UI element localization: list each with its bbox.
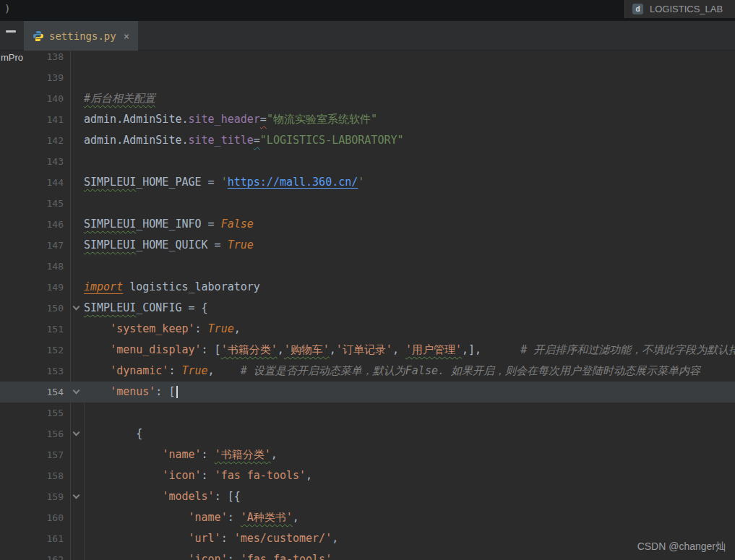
close-icon[interactable]: × xyxy=(124,30,129,42)
code-token: '购物车' xyxy=(284,343,330,356)
line-number[interactable]: 155 xyxy=(0,402,70,423)
code-token: 'icon' xyxy=(189,553,228,560)
code-text: admin.AdminSite.site_title="LOGISTICS-LA… xyxy=(70,130,404,151)
code-token: True xyxy=(228,238,254,251)
code-line[interactable]: 151 'system_keep': True, xyxy=(0,319,735,340)
line-number[interactable]: 140 xyxy=(0,88,70,109)
line-number[interactable]: 159 xyxy=(0,486,70,507)
code-token: site_header xyxy=(189,113,260,126)
code-token: = xyxy=(254,134,260,147)
code-line[interactable]: 157 'name': '书籍分类', xyxy=(0,444,735,465)
code-token: _CONFIG = { xyxy=(136,301,207,314)
code-token xyxy=(84,511,189,524)
code-token xyxy=(84,322,110,335)
line-number[interactable]: 156 xyxy=(0,423,70,444)
code-line[interactable]: 149import logistics_laboratory xyxy=(0,277,735,298)
code-token: True xyxy=(181,364,207,377)
line-number[interactable]: 139 xyxy=(0,67,70,88)
code-token xyxy=(84,553,189,560)
line-number[interactable]: 160 xyxy=(0,507,70,528)
line-number[interactable]: 162 xyxy=(0,549,70,560)
line-number[interactable]: 141 xyxy=(0,109,70,130)
line-number[interactable]: 147 xyxy=(0,235,70,256)
toolwindow-label-partial[interactable]: mPro xyxy=(1,52,23,63)
code-text: import logistics_laboratory xyxy=(70,277,260,298)
code-line[interactable]: 140#后台相关配置 xyxy=(0,88,735,109)
code-token: _HOME_INFO = xyxy=(136,217,220,231)
code-line[interactable]: 153 'dynamic': True, # 设置是否开启动态菜单，默认为Fal… xyxy=(0,361,735,382)
code-line[interactable]: 154 'menus': [ xyxy=(0,382,735,402)
code-line[interactable]: 144SIMPLEUI_HOME_PAGE = 'https://mall.36… xyxy=(0,172,735,193)
code-token: ,], xyxy=(462,343,481,356)
code-line[interactable]: 161 'url': 'mes/customer/', xyxy=(0,528,735,549)
code-token: 'fas fa-tools' xyxy=(241,553,332,560)
code-text xyxy=(70,151,84,172)
code-token: SIMPLEUI xyxy=(84,301,136,314)
code-token: # 设置是否开启动态菜单，默认为False. 如果开启，则会在每次用户登陆时动态… xyxy=(241,364,700,377)
code-token: 'url' xyxy=(189,532,221,545)
code-line[interactable]: 156 { xyxy=(0,423,735,444)
line-number[interactable]: 149 xyxy=(0,277,70,298)
line-number[interactable]: 145 xyxy=(0,193,70,214)
line-number[interactable]: 150 xyxy=(0,298,70,319)
line-number[interactable]: 152 xyxy=(0,340,70,361)
minimize-icon[interactable] xyxy=(6,30,16,33)
code-token: True xyxy=(208,322,234,335)
tab-settings-py[interactable]: settings.py × xyxy=(24,21,138,51)
code-token: : xyxy=(228,553,241,560)
code-token: 'dynamic' xyxy=(110,364,168,377)
code-token: , xyxy=(271,448,278,461)
code-token: ' xyxy=(221,176,228,189)
code-token: : xyxy=(221,532,234,545)
code-token xyxy=(481,343,520,356)
code-token: SIMPLEUI xyxy=(84,176,136,189)
code-line[interactable]: 145 xyxy=(0,193,735,214)
code-text: 'system_keep': True, xyxy=(70,319,241,340)
app-icon: d xyxy=(632,4,643,14)
code-line[interactable]: 142admin.AdminSite.site_title="LOGISTICS… xyxy=(0,130,735,151)
code-token: : xyxy=(168,364,181,377)
line-number[interactable]: 153 xyxy=(0,361,70,382)
line-number[interactable]: 154 xyxy=(0,382,70,402)
code-line[interactable]: 150SIMPLEUI_CONFIG = { xyxy=(0,298,735,319)
code-token: _HOME_PAGE = xyxy=(136,176,220,189)
code-token: '订单记录' xyxy=(336,343,392,356)
code-text: 'menu_display': ['书籍分类','购物车','订单记录', '用… xyxy=(70,340,735,361)
line-number[interactable]: 151 xyxy=(0,319,70,340)
code-line[interactable]: 158 'icon': 'fas fa-tools', xyxy=(0,465,735,486)
code-token: , xyxy=(234,322,241,335)
line-number[interactable]: 143 xyxy=(0,151,70,172)
code-line[interactable]: 143 xyxy=(0,151,735,172)
code-line[interactable]: 152 'menu_display': ['书籍分类','购物车','订单记录'… xyxy=(0,340,735,361)
line-number[interactable]: 161 xyxy=(0,528,70,549)
python-icon xyxy=(33,30,44,42)
code-text: 'menus': [ xyxy=(70,382,178,402)
code-line[interactable]: 162 'icon': 'fas fa-tools' xyxy=(0,549,735,560)
code-line[interactable]: 159 'models': [{ xyxy=(0,486,735,507)
code-line[interactable]: 146SIMPLEUI_HOME_INFO = False xyxy=(0,214,735,235)
window-tab-logistics[interactable]: d LOGISTICS_LAB xyxy=(624,0,735,18)
code-text: 'name': 'A种类书', xyxy=(70,507,299,528)
code-token: { xyxy=(84,427,142,440)
code-line[interactable]: 160 'name': 'A种类书', xyxy=(0,507,735,528)
code-line[interactable]: 139 xyxy=(0,67,735,88)
code-token: site_title xyxy=(189,134,254,147)
code-token: 'name' xyxy=(189,511,228,524)
code-token: : [ xyxy=(155,385,175,398)
code-line[interactable]: 148 xyxy=(0,256,735,277)
line-number[interactable]: 157 xyxy=(0,444,70,465)
code-token: 'menu_display' xyxy=(110,343,201,356)
code-text: admin.AdminSite.site_header="物流实验室系统软件" xyxy=(70,109,377,130)
line-number[interactable]: 142 xyxy=(0,130,70,151)
code-text: 'name': '书籍分类', xyxy=(70,444,278,465)
code-token: 'system_keep' xyxy=(110,322,194,335)
code-line[interactable]: 147SIMPLEUI_HOME_QUICK = True xyxy=(0,235,735,256)
watermark: CSDN @changer灿 xyxy=(637,540,726,553)
code-lines: 138139140#后台相关配置141admin.AdminSite.site_… xyxy=(0,46,735,560)
code-line[interactable]: 141admin.AdminSite.site_header="物流实验室系统软… xyxy=(0,109,735,130)
line-number[interactable]: 148 xyxy=(0,256,70,277)
line-number[interactable]: 158 xyxy=(0,465,70,486)
code-line[interactable]: 155 xyxy=(0,402,735,423)
line-number[interactable]: 144 xyxy=(0,172,70,193)
line-number[interactable]: 146 xyxy=(0,214,70,235)
